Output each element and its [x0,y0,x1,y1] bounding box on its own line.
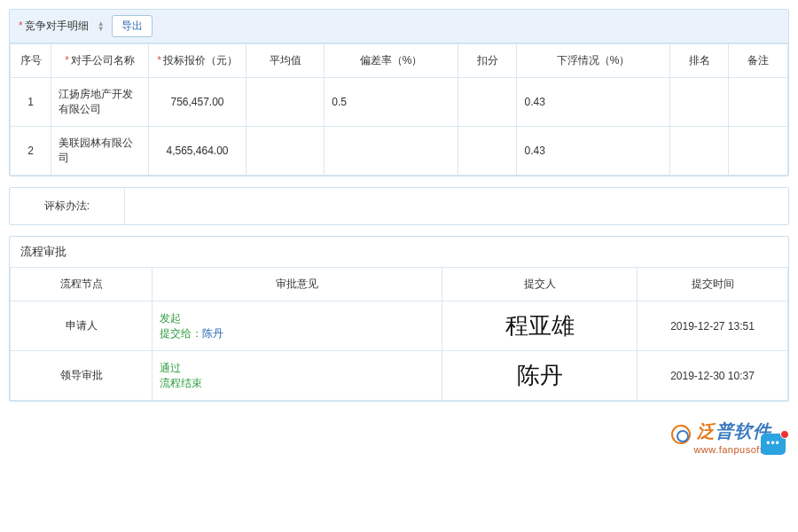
col-company: *对手公司名称 [51,44,149,78]
opinion-line2: 流程结束 [160,376,436,391]
approval-row: 申请人 发起 提交给：陈丹 程亚雄 2019-12-27 13:51 [11,301,788,351]
approval-panel-title: 流程审批 [10,237,788,267]
cell-opinion: 发起 提交给：陈丹 [153,301,442,351]
approval-table: 流程节点 审批意见 提交人 提交时间 申请人 发起 提交给：陈丹 程亚雄 201… [10,267,788,401]
cell-time: 2019-12-27 13:51 [638,301,788,351]
submit-to-link[interactable]: 陈丹 [202,327,223,340]
cell-seq: 2 [11,127,51,176]
cell-dev: 0.5 [325,78,458,127]
col-bid: *投标报价（元） [149,44,246,78]
col-opinion: 审批意见 [153,268,442,301]
cell-remark [729,78,788,127]
cell-avg [246,78,325,127]
cell-time: 2019-12-30 10:37 [638,351,788,401]
brand-logo-icon [671,425,691,444]
col-float: 下浮情况（%） [517,44,669,78]
cell-bid: 4,565,464.00 [149,127,246,176]
competitor-detail-panel: *竞争对手明细 ▲▼ 导出 序号 *对手公司名称 *投标报价（元） 平均值 偏差… [9,9,789,176]
competitor-panel-header: *竞争对手明细 ▲▼ 导出 [10,10,788,43]
cell-node: 申请人 [11,301,153,351]
cell-deduct [458,78,517,127]
col-time: 提交时间 [638,268,788,301]
notification-badge-icon [780,430,789,439]
eval-method-panel: 评标办法: [9,187,789,225]
cell-seq: 1 [11,78,51,127]
opinion-line1: 发起 [160,311,436,326]
footer-brand: 泛泛普软件普软件 www.fanpusoft.c [9,419,789,455]
col-dev: 偏差率（%） [325,44,458,78]
col-avg: 平均值 [246,44,325,78]
col-submitter: 提交人 [442,268,638,301]
signature: 陈丹 [517,363,563,388]
table-header-row: 序号 *对手公司名称 *投标报价（元） 平均值 偏差率（%） 扣分 下浮情况（%… [11,44,788,78]
brand-url: www.fanpusoft.c [9,444,771,455]
cell-company: 江扬房地产开发有限公司 [51,78,149,127]
cell-company: 美联园林有限公司 [51,127,149,176]
cell-rank [669,78,729,127]
cell-submitter: 陈丹 [442,351,638,401]
col-deduct: 扣分 [458,44,517,78]
cell-float: 0.43 [517,127,669,176]
col-seq: 序号 [11,44,51,78]
opinion-line1: 通过 [160,361,436,376]
competitor-table: 序号 *对手公司名称 *投标报价（元） 平均值 偏差率（%） 扣分 下浮情况（%… [10,43,788,176]
cell-opinion: 通过 流程结束 [153,351,442,401]
cell-float: 0.43 [517,78,669,127]
panel-title: *竞争对手明细 [19,19,89,34]
cell-bid: 756,457.00 [149,78,246,127]
col-remark: 备注 [729,44,788,78]
cell-deduct [458,127,517,176]
approval-row: 领导审批 通过 流程结束 陈丹 2019-12-30 10:37 [11,351,788,401]
col-node: 流程节点 [11,268,153,301]
cell-avg [246,127,325,176]
cell-submitter: 程亚雄 [442,301,638,351]
eval-method-label: 评标办法: [10,188,125,224]
eval-method-value [125,188,788,224]
col-rank: 排名 [669,44,729,78]
table-row: 2 美联园林有限公司 4,565,464.00 0.43 [11,127,788,176]
cell-node: 领导审批 [11,351,153,401]
export-button[interactable]: 导出 [112,15,153,37]
approval-header-row: 流程节点 审批意见 提交人 提交时间 [11,268,788,301]
signature: 程亚雄 [505,313,575,339]
cell-rank [669,127,729,176]
opinion-line2: 提交给：陈丹 [160,326,436,341]
cell-remark [729,127,788,176]
table-row: 1 江扬房地产开发有限公司 756,457.00 0.5 0.43 [11,78,788,127]
chat-icon[interactable] [761,434,786,455]
sort-icon[interactable]: ▲▼ [98,21,105,32]
approval-panel: 流程审批 流程节点 审批意见 提交人 提交时间 申请人 发起 提交给：陈丹 程亚… [9,236,789,402]
cell-dev [325,127,458,176]
